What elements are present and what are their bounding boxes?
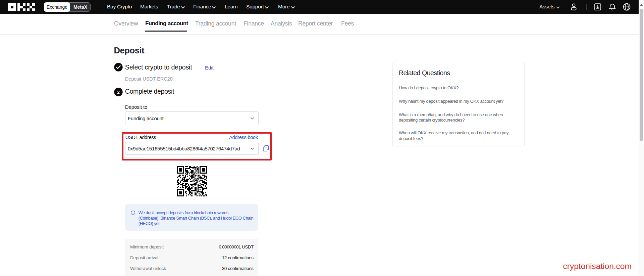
svg-text:2: 2 <box>117 90 120 95</box>
